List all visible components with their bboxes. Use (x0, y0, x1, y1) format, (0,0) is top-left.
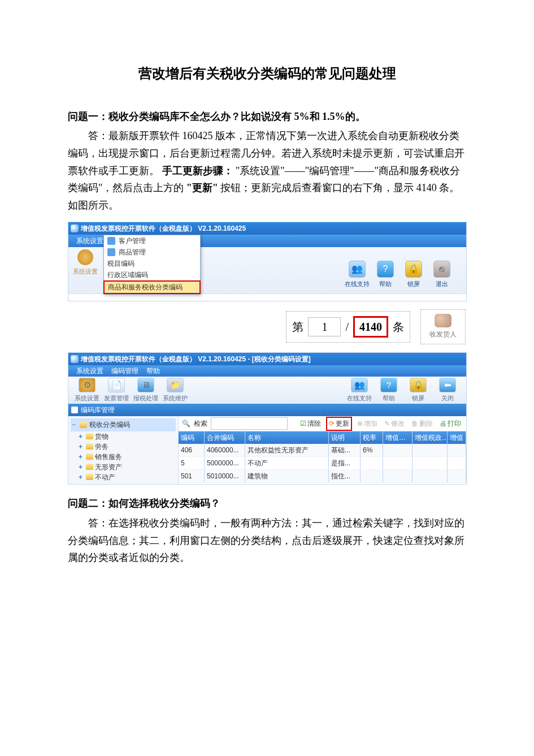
tree-item-labor[interactable]: +劳务 (71, 442, 176, 452)
toolbar-label: 锁屏 (405, 393, 431, 404)
menu-system-settings[interactable]: 系统设置 (76, 365, 103, 377)
cell (413, 457, 448, 469)
question-2-heading: 问题二：如何选择税收分类编码？ (68, 495, 466, 512)
menubar-2: 系统设置 编码管理 帮助 (68, 365, 466, 377)
consignor-box[interactable]: 收发货人 (420, 309, 466, 344)
online-support-button[interactable]: 👥 在线支持 (344, 261, 370, 290)
menu-code-management[interactable]: 编码管理 (111, 365, 138, 377)
rows-label: 条 (393, 317, 404, 336)
tree-item-goods[interactable]: +货物 (71, 431, 176, 442)
tree-root[interactable]: − 税收分类编码 (71, 418, 176, 431)
clear-button[interactable]: ☑清除 (298, 418, 323, 429)
dropdown-item-label: 商品管理 (119, 247, 146, 258)
panel-title-code-library: 编码库管理 (68, 404, 466, 416)
cell (413, 444, 448, 456)
folder-icon (86, 433, 93, 439)
toolbar-label: 帮助 (376, 393, 402, 404)
table-row[interactable]: 406 4060000... 其他权益性无形资产 基础... 6% (179, 444, 466, 457)
cell: 6% (361, 444, 383, 456)
th-vattax[interactable]: 增值税政… (413, 431, 448, 444)
dropdown-goods-mgmt[interactable]: 商品管理 (104, 247, 200, 258)
current-page-input[interactable]: 1 (308, 317, 341, 336)
cell: 5010000... (205, 470, 245, 482)
tree-item-intangible[interactable]: +无形资产 (71, 462, 176, 472)
gear-icon (77, 249, 93, 265)
online-support-button[interactable]: 👥在线支持 (346, 378, 372, 404)
tree-root-label: 税收分类编码 (89, 419, 130, 430)
tax-report-button[interactable]: 🖥报税处理 (133, 378, 159, 404)
cell: 406 (179, 444, 205, 456)
code-management-dropdown: 客户管理 商品管理 税目编码 行政区域编码 商品和服务税收分类编码 (103, 235, 201, 295)
help-icon: ? (380, 378, 397, 392)
th-rate[interactable]: 税率 (361, 431, 383, 444)
toolbar-label: 系统设置 (74, 393, 100, 404)
page-counter: 第 1 / 4140 条 (286, 311, 410, 343)
system-settings-button[interactable]: 系统设置 (73, 246, 98, 277)
people-icon (435, 314, 451, 327)
cell: 5000000... (205, 457, 245, 469)
th-desc[interactable]: 说明 (329, 431, 361, 444)
dropdown-customer-mgmt[interactable]: 客户管理 (104, 235, 200, 247)
menu-help[interactable]: 帮助 (146, 365, 160, 377)
people-icon (107, 237, 115, 245)
search-input[interactable] (211, 417, 288, 430)
action-label: 清除 (307, 418, 321, 429)
dropdown-region-code[interactable]: 行政区域编码 (104, 269, 200, 280)
invoice-mgmt-button[interactable]: 📄发票管理 (103, 378, 129, 404)
exit-button[interactable]: ⎋ 退出 (429, 261, 455, 290)
menu-system-settings[interactable]: 系统设置 (76, 235, 103, 247)
search-icon: 🔍 (182, 418, 190, 429)
edit-icon: ✎ (384, 418, 390, 429)
document-title: 营改增后有关税收分类编码的常见问题处理 (68, 62, 466, 85)
help-icon: ? (377, 261, 394, 278)
folder-icon (86, 464, 93, 470)
tree-label: 不动产 (95, 472, 115, 483)
dropdown-item-label: 客户管理 (119, 235, 146, 247)
th-merge[interactable]: 合并编码 (205, 431, 245, 444)
cell: 建筑物 (245, 470, 329, 482)
action-label: 删除 (419, 418, 433, 429)
lock-icon: 🔒 (410, 378, 427, 392)
update-button[interactable]: ⟳更新 (326, 417, 352, 430)
arrow-left-icon: ⬅ (439, 378, 456, 392)
system-settings-button[interactable]: ⚙系统设置 (74, 378, 100, 404)
table-header: 编码 合并编码 名称 说明 税率 增值… 增值税政… 增值 (179, 431, 466, 444)
tax-code-table: 编码 合并编码 名称 说明 税率 增值… 增值税政… 增值 406 406000… (179, 431, 466, 484)
page-label: 第 (292, 317, 303, 336)
th-last[interactable]: 增值 (448, 431, 466, 444)
th-code[interactable]: 编码 (179, 431, 205, 444)
cell (413, 470, 448, 482)
folder-icon: 📁 (167, 378, 184, 392)
table-row[interactable]: 501 5010000... 建筑物 指住... (179, 470, 466, 483)
dropdown-goods-service-tax-code[interactable]: 商品和服务税收分类编码 (103, 280, 201, 294)
close-button[interactable]: ⬅关闭 (435, 378, 461, 404)
lock-screen-button[interactable]: 🔒锁屏 (405, 378, 431, 404)
tree-item-realestate[interactable]: +不动产 (71, 472, 176, 482)
print-button[interactable]: 🖨打印 (438, 418, 463, 429)
question-1-answer: 答：最新版开票软件 160425 版本，正常情况下第一次进入系统会自动更新税收分… (68, 127, 466, 214)
tree-item-service[interactable]: +销售服务 (71, 452, 176, 462)
expand-icon[interactable]: + (79, 472, 84, 483)
category-tree: − 税收分类编码 +货物 +劳务 +销售服务 +无形资产 +不动产 (68, 416, 179, 484)
th-vat[interactable]: 增值… (383, 431, 413, 444)
help-button[interactable]: ? 帮助 (372, 261, 398, 290)
delete-button: 🗑删除 (410, 418, 435, 429)
invoice-icon: 📄 (108, 378, 125, 392)
collapse-icon[interactable]: − (72, 419, 77, 430)
system-maintain-button[interactable]: 📁系统维护 (162, 378, 188, 404)
cell: 其他权益性无形资产 (245, 444, 329, 456)
lock-screen-button[interactable]: 🔒 锁屏 (401, 261, 427, 290)
action-label: 更新 (336, 418, 349, 429)
help-button[interactable]: ?帮助 (376, 378, 402, 404)
toolbar-label: 发票管理 (103, 393, 129, 404)
toolbar-label: 关闭 (435, 393, 461, 404)
toolbar-label: 在线支持 (344, 279, 370, 290)
cell (448, 444, 466, 456)
dropdown-tax-item-code[interactable]: 税目编码 (104, 258, 200, 269)
cell (448, 470, 466, 482)
edit-button: ✎修改 (383, 418, 406, 429)
th-name[interactable]: 名称 (245, 431, 329, 444)
table-row[interactable]: 5 5000000... 不动产 是指... (179, 457, 466, 470)
total-records: 4140 (353, 316, 388, 338)
toolbar-label: 系统维护 (162, 393, 188, 404)
